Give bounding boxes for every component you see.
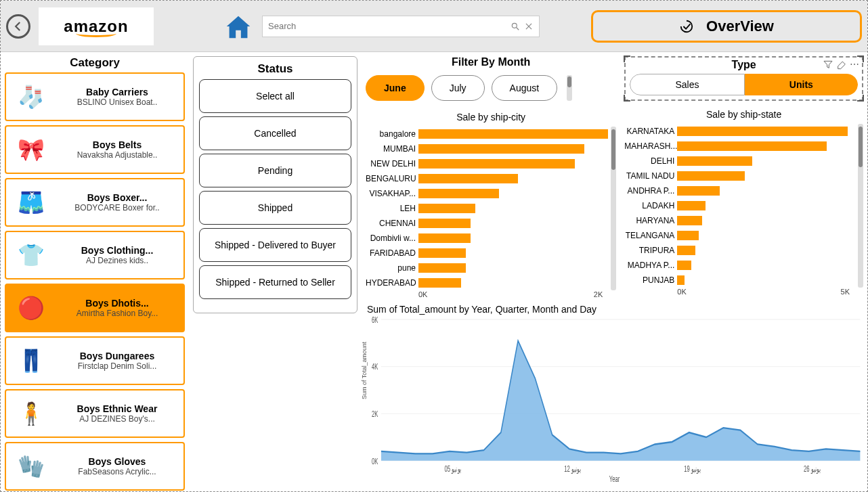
category-item[interactable]: 🧍 Boys Ethnic WearAJ DEZINES Boy's... xyxy=(5,389,185,438)
axis-tick: 2K xyxy=(594,290,603,298)
state-chart-title: Sale by ship-state xyxy=(624,109,863,120)
category-item[interactable]: 🧤 Boys GlovesFabSeasons Acrylic... xyxy=(5,442,185,491)
category-item[interactable]: 🧦 Baby CarriersBSLINO Unisex Boat.. xyxy=(5,72,185,121)
overview-label: OverView xyxy=(706,18,774,35)
bar-row: HYDERABAD xyxy=(366,275,608,290)
category-panel: Category 🧦 Baby CarriersBSLINO Unisex Bo… xyxy=(1,52,189,491)
category-text: Boys Ethnic WearAJ DEZINES Boy's... xyxy=(56,403,183,424)
home-icon[interactable] xyxy=(223,11,254,42)
bar-row: FARIDABAD xyxy=(366,246,608,261)
svg-text:4K: 4K xyxy=(372,363,378,372)
area-chart-title: Sum of Total_amount by Year, Quarter, Mo… xyxy=(366,304,863,315)
category-text: Baby CarriersBSLINO Unisex Boat.. xyxy=(56,87,183,107)
category-text: Boys Dhotis...Amirtha Fashion Boy... xyxy=(56,298,183,318)
bar-row: MADHYA P... xyxy=(624,258,855,273)
status-option[interactable]: Shipped xyxy=(199,191,351,225)
bar-row: NEW DELHI xyxy=(366,156,608,171)
bar-row: BENGALURU xyxy=(366,171,608,186)
axis-tick: 5K xyxy=(841,288,850,296)
category-item[interactable]: 🎀 Boys BeltsNavaksha Adjustable.. xyxy=(5,125,185,174)
bar-row: Dombivli w... xyxy=(366,231,608,246)
status-option[interactable]: Select all xyxy=(199,79,351,113)
axis-tick: 0K xyxy=(677,288,686,296)
type-filter-box: Type ⋯ Sales Units xyxy=(624,56,863,101)
bar-row: MAHARASH... xyxy=(624,139,855,154)
svg-text:26 يونيو: 26 يونيو xyxy=(804,465,821,474)
svg-text:6K: 6K xyxy=(372,315,378,324)
category-item[interactable]: 👖 Boys DungareesFirstclap Denim Soli... xyxy=(5,336,185,385)
month-pill[interactable]: August xyxy=(492,75,558,101)
bar-row: PUNJAB xyxy=(624,273,855,288)
search-box xyxy=(262,16,540,37)
y-axis-label: Sum of Total_amount xyxy=(361,342,368,399)
status-panel: Status Select allCancelledPendingShipped… xyxy=(193,56,357,313)
status-option[interactable]: Cancelled xyxy=(199,116,351,150)
bar-row: bangalore xyxy=(366,127,608,141)
check-circle-icon xyxy=(679,19,694,34)
status-option[interactable]: Pending xyxy=(199,154,351,187)
toggle-sales[interactable]: Sales xyxy=(630,74,744,95)
state-chart-scrollbar[interactable] xyxy=(858,124,863,288)
eraser-icon[interactable] xyxy=(836,59,847,70)
month-pills: JuneJulyAugust xyxy=(366,72,616,104)
month-scrollbar[interactable] xyxy=(567,75,572,101)
filter-icon[interactable] xyxy=(823,59,833,70)
clear-icon[interactable] xyxy=(524,22,534,31)
right-area: Filter By Month JuneJulyAugust Sale by s… xyxy=(362,52,867,491)
city-chart: Sale by ship-city bangaloreMUMBAINEW DEL… xyxy=(366,112,616,298)
bar-row: TELANGANA xyxy=(624,228,855,243)
month-pill[interactable]: July xyxy=(431,75,485,101)
arrow-left-icon xyxy=(12,20,24,32)
month-pill[interactable]: June xyxy=(366,75,425,101)
main: Category 🧦 Baby CarriersBSLINO Unisex Bo… xyxy=(1,52,867,491)
status-column: Status Select allCancelledPendingShipped… xyxy=(189,52,362,491)
svg-text:Year: Year xyxy=(609,474,620,483)
category-thumb: 🧤 xyxy=(6,443,56,489)
city-chart-scrollbar[interactable] xyxy=(611,127,616,290)
svg-text:19 يونيو: 19 يونيو xyxy=(684,465,701,474)
category-item[interactable]: 🩳 Boys Boxer...BODYCARE Boxer for.. xyxy=(5,178,185,227)
status-option[interactable]: Shipped - Delivered to Buyer xyxy=(199,228,351,262)
toggle-units[interactable]: Units xyxy=(745,74,858,95)
bar-row: CHENNAI xyxy=(366,216,608,231)
bar-row: MUMBAI xyxy=(366,141,608,156)
svg-text:2K: 2K xyxy=(372,409,378,418)
svg-point-0 xyxy=(512,23,517,28)
category-item[interactable]: 👕 Boys Clothing...AJ Dezines kids.. xyxy=(5,231,185,279)
area-chart: Sum of Total_amount by Year, Quarter, Mo… xyxy=(366,304,863,487)
search-input[interactable] xyxy=(268,21,511,31)
category-text: Boys Clothing...AJ Dezines kids.. xyxy=(56,245,183,265)
bar-row: ANDHRA P... xyxy=(624,183,855,198)
category-text: Boys DungareesFirstclap Denim Soli... xyxy=(56,351,183,371)
status-option[interactable]: Shipped - Returned to Seller xyxy=(199,265,351,299)
svg-line-1 xyxy=(517,27,519,30)
bar-row: TRIPURA xyxy=(624,243,855,258)
bar-row: KARNATAKA xyxy=(624,124,855,139)
svg-text:12 يونيو: 12 يونيو xyxy=(564,465,581,474)
search-icon[interactable] xyxy=(511,22,520,31)
overview-button[interactable]: OverView xyxy=(591,10,862,43)
bar-row: TAMIL NADU xyxy=(624,169,855,183)
status-title: Status xyxy=(199,62,351,76)
axis-tick: 0K xyxy=(418,290,427,298)
category-thumb: 🔴 xyxy=(6,285,56,331)
amazon-logo: amazon xyxy=(39,7,154,45)
bar-row: VISAKHAP... xyxy=(366,186,608,201)
category-item[interactable]: 🔴 Boys Dhotis...Amirtha Fashion Boy... xyxy=(5,284,185,332)
more-icon[interactable]: ⋯ xyxy=(850,59,861,70)
type-title: Type xyxy=(732,59,756,71)
svg-text:0K: 0K xyxy=(372,457,378,466)
category-thumb: 🩳 xyxy=(6,179,56,225)
back-button[interactable] xyxy=(6,14,30,39)
category-text: Boys GlovesFabSeasons Acrylic... xyxy=(56,456,183,476)
svg-text:05 يونيو: 05 يونيو xyxy=(444,465,461,474)
category-thumb: 🧍 xyxy=(6,390,56,437)
state-chart: Sale by ship-state KARNATAKAMAHARASH...D… xyxy=(624,109,863,296)
bar-row: HARYANA xyxy=(624,213,855,228)
category-thumb: 👕 xyxy=(6,232,56,278)
category-thumb: 🧦 xyxy=(6,74,56,120)
bar-row: DELHI xyxy=(624,154,855,169)
category-thumb: 🎀 xyxy=(6,127,56,173)
bar-row: LEH xyxy=(366,201,608,216)
category-title: Category xyxy=(5,56,185,70)
